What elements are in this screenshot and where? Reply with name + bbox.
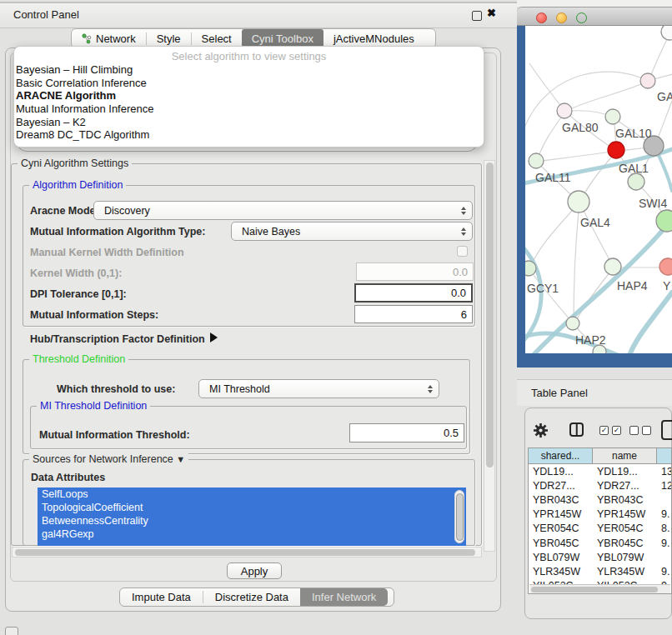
spinner-arrows-icon: [428, 385, 433, 393]
table-cell: 12...: [657, 480, 672, 492]
scrollbar-thumb[interactable]: [456, 493, 464, 541]
kernel-width-field[interactable]: 0.0: [356, 262, 474, 281]
scrollbar-thumb[interactable]: [531, 587, 658, 592]
node-pink-top[interactable]: [640, 73, 655, 88]
tab-select-label: Select: [202, 32, 232, 45]
kernel-width-value: 0.0: [453, 266, 468, 278]
table-cell: YBR043C: [593, 494, 657, 506]
deselect-all-checks-icon[interactable]: [629, 426, 651, 435]
algorithm-option[interactable]: Bayesian – K2: [16, 115, 86, 128]
which-threshold-combobox[interactable]: MI Threshold: [198, 379, 439, 398]
control-panel-title: Control Panel: [13, 8, 79, 21]
table-row[interactable]: YDL19...YDL19...13...: [529, 464, 672, 478]
table-body: YDL19...YDL19...13...YDR27...YDR27...12.…: [529, 464, 672, 584]
minimize-traffic-light-icon[interactable]: [556, 12, 567, 23]
table-cell: YER054C: [593, 522, 657, 534]
collapsed-panel-icon[interactable]: [5, 627, 18, 635]
node-green-mid[interactable]: [628, 173, 644, 190]
node-label: GAL1: [619, 162, 649, 175]
network-canvas[interactable]: GALGAL80GAL10GAL1GAL11GAL4SWI4GCY1HAP4YH…: [525, 26, 672, 353]
column-header[interactable]: shared...: [529, 448, 593, 464]
column-header[interactable]: name: [593, 448, 657, 464]
apply-button-label: Apply: [241, 565, 268, 578]
tab-style[interactable]: Style: [147, 29, 191, 48]
mi-threshold-field[interactable]: 0.5: [349, 423, 464, 442]
data-attributes-list[interactable]: SelfLoopsTopologicalCoefficientBetweenne…: [38, 488, 466, 546]
table-row[interactable]: YLR345WYLR345W9.: [529, 564, 672, 578]
algorithm-option[interactable]: Basic Correlation Inference: [16, 77, 147, 90]
table-row[interactable]: YDR27...YDR27...12...: [529, 478, 672, 492]
network-edge: [537, 151, 617, 162]
expand-arrow-icon[interactable]: [210, 332, 218, 342]
gear-icon[interactable]: [533, 422, 549, 442]
table-cell: YDR27...: [593, 480, 657, 492]
attributes-list-scrollbar[interactable]: [454, 490, 464, 543]
tab-cyni-toolbox[interactable]: Cyni Toolbox: [242, 29, 323, 48]
algorithm-option[interactable]: Dream8 DC_TDC Algorithm: [16, 128, 149, 142]
manual-kernel-checkbox[interactable]: [457, 246, 468, 257]
tab-select[interactable]: Select: [192, 29, 242, 48]
tab-infer-network[interactable]: Infer Network: [300, 588, 388, 606]
node-GCY1[interactable]: [525, 261, 536, 276]
network-window-titlebar[interactable]: [517, 7, 672, 26]
dpi-tolerance-label: DPI Tolerance [0,1]:: [30, 288, 127, 300]
node-HAP2[interactable]: [566, 317, 579, 330]
table-row[interactable]: YER054CYER054C8.: [529, 522, 672, 536]
close-icon[interactable]: ✖: [487, 7, 496, 19]
tab-impute-data[interactable]: Impute Data: [120, 588, 203, 606]
tab-infer-network-label: Infer Network: [312, 591, 376, 603]
node-GAL1-red[interactable]: [608, 142, 624, 158]
table-horizontal-scrollbar[interactable]: [529, 584, 670, 594]
mi-steps-field[interactable]: 6: [354, 305, 473, 323]
node-table: shared...name YDL19...YDL19...13...YDR27…: [528, 448, 672, 594]
column-header[interactable]: [657, 448, 672, 464]
node-top-right[interactable]: [661, 26, 672, 40]
node-GAL10[interactable]: [605, 109, 620, 124]
node-salmon[interactable]: [659, 258, 672, 275]
cyni-settings-group-title: Cyni Algorithm Settings: [18, 158, 132, 169]
attribute-item[interactable]: gal4RGexp: [38, 528, 466, 541]
attribute-item[interactable]: BetweennessCentrality: [38, 514, 466, 528]
mi-type-combobox[interactable]: Naive Bayes: [231, 222, 473, 241]
settings-vertical-scrollbar[interactable]: [484, 160, 495, 552]
aracne-mode-combobox[interactable]: Discovery: [93, 201, 473, 220]
algorithm-option[interactable]: ARACNE Algorithm: [16, 89, 116, 102]
collapse-arrow-icon[interactable]: ▼: [176, 454, 185, 464]
tab-jactivemnodules[interactable]: jActiveMNodules: [323, 29, 424, 48]
table-row[interactable]: YBR043CYBR043C: [529, 492, 672, 507]
select-all-checks-icon[interactable]: ✓✓: [599, 426, 621, 435]
split-columns-icon[interactable]: [569, 422, 584, 437]
table-mode-icon[interactable]: [661, 420, 672, 440]
table-row[interactable]: YBR045CYBR045C9.: [529, 536, 672, 550]
float-window-icon[interactable]: [472, 11, 482, 21]
scrollbar-thumb[interactable]: [486, 162, 494, 468]
dpi-tolerance-field[interactable]: 0.0: [354, 283, 473, 302]
node-label: GAL: [657, 90, 672, 103]
node-GAL11[interactable]: [529, 153, 544, 168]
right-top-strip: [517, 0, 672, 7]
algorithm-option[interactable]: Mutual Information Inference: [16, 102, 153, 116]
node-GAL4[interactable]: [568, 191, 589, 212]
manual-kernel-label: Manual Kernel Width Definition: [30, 247, 184, 258]
node-GAL80[interactable]: [557, 103, 572, 118]
settings-horizontal-scrollbar[interactable]: [12, 547, 482, 558]
table-row[interactable]: YBL079WYBL079W: [529, 550, 672, 564]
node-SWI4[interactable]: [656, 210, 672, 232]
table-cell: YBL079W: [529, 552, 593, 563]
table-row[interactable]: YPR145WYPR145W9.: [529, 508, 672, 522]
zoom-traffic-light-icon[interactable]: [576, 12, 587, 23]
algorithm-option[interactable]: Bayesian – Hill Climbing: [16, 63, 133, 77]
sources-group-title: Sources for Network Inference ▼: [29, 453, 188, 465]
attribute-item[interactable]: TopologicalCoefficient: [38, 501, 466, 514]
table-panel-title: Table Panel: [531, 387, 588, 399]
attribute-item[interactable]: SelfLoops: [38, 488, 466, 501]
node-label: GAL10: [615, 127, 652, 140]
tab-discretize-data[interactable]: Discretize Data: [203, 588, 300, 606]
table-cell: 13...: [657, 466, 672, 478]
tab-network[interactable]: Network: [72, 29, 146, 48]
kernel-width-label: Kernel Width (0,1):: [30, 268, 122, 279]
node-HAP4[interactable]: [604, 258, 621, 275]
scrollbar-thumb[interactable]: [15, 549, 475, 556]
close-traffic-light-icon[interactable]: [536, 12, 547, 23]
apply-button[interactable]: Apply: [227, 562, 282, 579]
